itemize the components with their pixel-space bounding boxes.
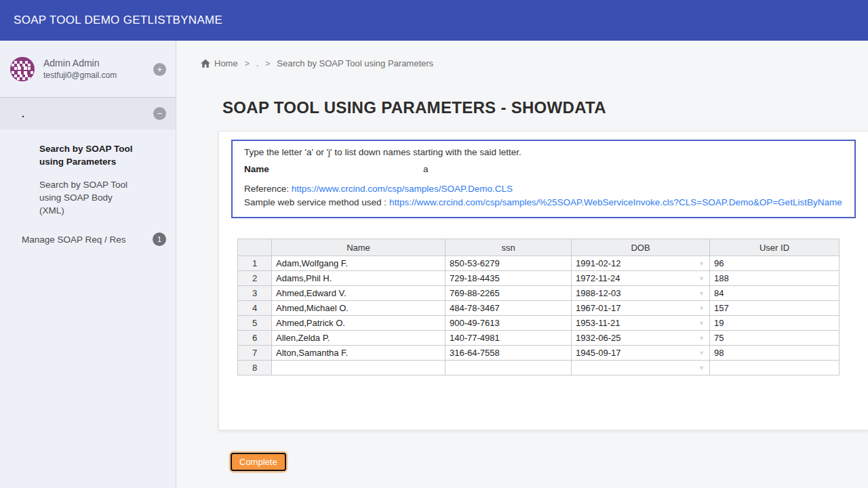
app-header: SOAP TOOL DEMO GETLISTBYNAME (0, 0, 868, 41)
column-header-dob: DOB (572, 239, 710, 256)
breadcrumb-dot[interactable]: . (256, 58, 259, 68)
dob-dropdown-icon[interactable]: ▼ (698, 304, 705, 311)
name-cell: Ahmed,Michael O. (272, 301, 446, 316)
name-cell: Adams,Phil H. (272, 271, 446, 286)
name-cell: Ahmed,Edward V. (272, 286, 446, 301)
sidebar-menu: Search by SOAP Tool using Parameters Sea… (0, 129, 176, 246)
ssn-cell: 729-18-4435 (446, 271, 572, 286)
table-row: 5Ahmed,Patrick O.900-49-76131953-11-21▼1… (238, 316, 840, 331)
table-row: 2Adams,Phil H.729-18-44351972-11-24▼188 (238, 271, 840, 286)
user-id-cell: 157 (710, 301, 840, 316)
count-badge: 1 (153, 232, 166, 246)
row-number-cell: 3 (238, 286, 272, 301)
complete-button[interactable]: Complete (231, 453, 286, 471)
ssn-cell: 140-77-4981 (446, 331, 572, 346)
dob-dropdown-icon[interactable]: ▼ (698, 364, 705, 371)
dob-value: 1991-02-12 (576, 258, 621, 268)
dob-value: 1945-09-17 (576, 348, 621, 358)
row-number-cell: 4 (238, 301, 272, 316)
dob-value: 1967-01-17 (576, 303, 621, 313)
ssn-cell: 769-88-2265 (446, 286, 572, 301)
sidebar-item-search-parameters[interactable]: Search by SOAP Tool using Parameters (39, 142, 149, 168)
column-header-index (238, 239, 272, 256)
ssn-cell: 900-49-7613 (446, 316, 572, 331)
user-info: Admin Admin testfuji0@gmail.com (43, 58, 117, 80)
name-cell: Allen,Zelda P. (272, 331, 446, 346)
table-row: 8▼ (238, 361, 840, 375)
expand-user-button[interactable]: + (153, 63, 166, 76)
sidebar-section-toggle[interactable]: . − (0, 98, 176, 129)
collapse-section-button[interactable]: − (153, 107, 166, 120)
name-field-value: a (423, 164, 429, 174)
user-id-cell: 188 (710, 271, 840, 286)
column-header-user-id: User ID (710, 239, 840, 256)
reference-row: Reference: https://www.crcind.com/csp/sa… (244, 184, 843, 194)
name-cell: Ahmed,Patrick O. (272, 316, 446, 331)
sample-link[interactable]: https://www.crcind.com/csp/samples/%25SO… (389, 197, 842, 207)
breadcrumb-current: Search by SOAP Tool using Parameters (277, 58, 433, 68)
name-cell (272, 361, 446, 375)
ssn-cell: 316-64-7558 (446, 346, 572, 361)
content-card: Type the letter 'a' or 'j' to list down … (218, 131, 868, 430)
chevron-right-icon: > (265, 59, 270, 68)
row-number-cell: 2 (238, 271, 272, 286)
dob-dropdown-icon[interactable]: ▼ (698, 349, 705, 356)
sample-label: Sample web service method used : (244, 197, 387, 207)
row-number-cell: 7 (238, 346, 272, 361)
user-block: Admin Admin testfuji0@gmail.com + (0, 41, 176, 98)
dob-cell[interactable]: 1967-01-17▼ (572, 301, 710, 316)
table-row: 1Adam,Wolfgang F.850-53-62791991-02-12▼9… (238, 256, 840, 271)
row-number-cell: 8 (238, 361, 272, 375)
dob-cell[interactable]: 1932-06-25▼ (572, 331, 710, 346)
dob-value: 1932-06-25 (576, 333, 621, 343)
column-header-name: Name (272, 239, 446, 256)
reference-label: Reference: (244, 184, 289, 194)
name-field-label: Name (244, 164, 423, 174)
row-number-cell: 6 (238, 331, 272, 346)
dob-dropdown-icon[interactable]: ▼ (698, 319, 705, 326)
user-id-cell (710, 361, 840, 375)
home-icon (201, 59, 210, 68)
dob-cell[interactable]: 1991-02-12▼ (572, 256, 710, 271)
sidebar-section-label: . (22, 108, 24, 119)
dob-cell[interactable]: ▼ (572, 361, 710, 375)
table-row: 6Allen,Zelda P.140-77-49811932-06-25▼75 (238, 331, 840, 346)
table-header-row: Name ssn DOB User ID (238, 239, 840, 256)
dob-cell[interactable]: 1945-09-17▼ (572, 346, 710, 361)
dob-cell[interactable]: 1972-11-24▼ (572, 271, 710, 286)
dob-dropdown-icon[interactable]: ▼ (698, 274, 705, 281)
user-id-cell: 98 (710, 346, 840, 361)
name-cell: Alton,Samantha F. (272, 346, 446, 361)
row-number-cell: 5 (238, 316, 272, 331)
column-header-ssn: ssn (446, 239, 572, 256)
dob-dropdown-icon[interactable]: ▼ (698, 260, 705, 266)
table-row: 7Alton,Samantha F.316-64-75581945-09-17▼… (238, 346, 840, 361)
app-title: SOAP TOOL DEMO GETLISTBYNAME (14, 14, 222, 27)
reference-link[interactable]: https://www.crcind.com/csp/samples/SOAP.… (292, 184, 513, 194)
avatar (9, 56, 35, 82)
page-title: SOAP TOOL USING PARAMETERS - SHOWDATA (222, 98, 606, 117)
table-body: 1Adam,Wolfgang F.850-53-62791991-02-12▼9… (238, 256, 840, 375)
ssn-cell (446, 361, 572, 375)
results-table: Name ssn DOB User ID 1Adam,Wolfgang F.85… (237, 239, 840, 375)
dob-value: 1972-11-24 (576, 273, 620, 283)
info-box: Type the letter 'a' or 'j' to list down … (231, 140, 856, 218)
sidebar: Admin Admin testfuji0@gmail.com + . − Se… (0, 41, 176, 488)
breadcrumb-home[interactable]: Home (201, 58, 238, 68)
name-cell: Adam,Wolfgang F. (272, 256, 446, 271)
dob-value: 1953-11-21 (576, 318, 620, 328)
user-id-cell: 96 (710, 256, 840, 271)
user-name: Admin Admin (43, 58, 117, 68)
dob-dropdown-icon[interactable]: ▼ (698, 334, 705, 341)
main-content: Home > . > Search by SOAP Tool using Par… (176, 41, 868, 488)
dob-dropdown-icon[interactable]: ▼ (698, 289, 705, 296)
dob-value: 1988-12-03 (576, 288, 621, 298)
sidebar-item-search-soap-body[interactable]: Search by SOAP Tool using SOAP Body (XML… (39, 178, 135, 217)
breadcrumb-home-label: Home (214, 58, 238, 68)
row-number-cell: 1 (238, 256, 272, 271)
user-id-cell: 19 (710, 316, 840, 331)
ssn-cell: 850-53-6279 (446, 256, 572, 271)
dob-cell[interactable]: 1953-11-21▼ (572, 316, 710, 331)
dob-cell[interactable]: 1988-12-03▼ (572, 286, 710, 301)
sidebar-item-manage-soap[interactable]: Manage SOAP Req / Res 1 (22, 232, 166, 246)
